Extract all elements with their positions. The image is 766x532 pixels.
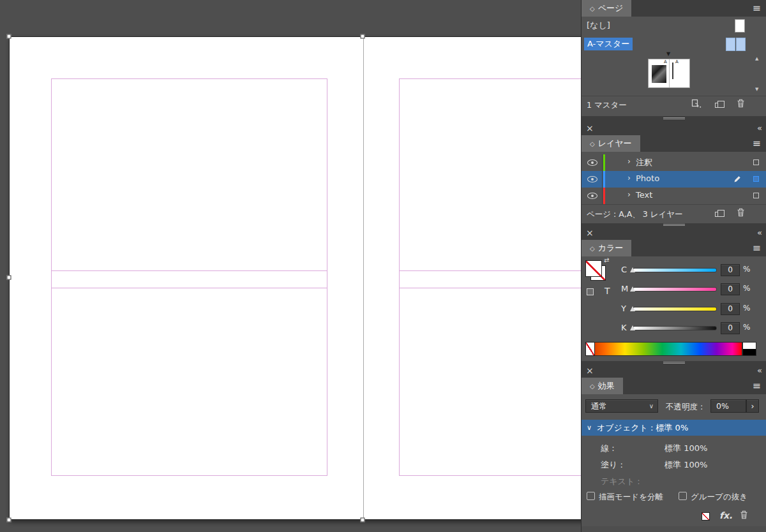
collapse-panel-icon[interactable]: «: [757, 228, 762, 237]
collapse-panel-icon[interactable]: «: [757, 366, 762, 375]
slider-thumb[interactable]: [630, 267, 635, 272]
eye-icon[interactable]: [587, 176, 597, 182]
new-layer-icon[interactable]: [717, 210, 725, 217]
channel-label: M: [621, 284, 628, 293]
slider-thumb[interactable]: [630, 325, 635, 330]
expand-chevron-icon[interactable]: ›: [627, 174, 631, 182]
opacity-field[interactable]: 0%: [710, 399, 746, 413]
layer-name[interactable]: Text: [636, 190, 652, 200]
layer-row-annotation[interactable]: › 注釈: [582, 154, 766, 171]
panel-menu-icon[interactable]: ≡: [753, 380, 761, 392]
delete-page-icon[interactable]: [737, 99, 745, 110]
percent-label: %: [743, 304, 750, 313]
layers-panel: × « ◇ レイヤー ≡ › 注釈 › Photo: [582, 122, 766, 223]
magenta-slider[interactable]: [633, 287, 717, 292]
magenta-value-field[interactable]: 0: [721, 283, 740, 295]
layer-name[interactable]: Photo: [636, 174, 659, 183]
layer-row-text[interactable]: › Text: [582, 188, 766, 204]
color-spectrum-ramp[interactable]: [585, 342, 742, 356]
text-attr-label: テキスト :: [601, 476, 640, 487]
panel-menu-icon[interactable]: ≡: [753, 242, 761, 254]
tab-layers[interactable]: ◇ レイヤー: [582, 135, 640, 152]
opacity-stepper-button[interactable]: ›: [746, 399, 759, 413]
delete-layer-icon[interactable]: [737, 208, 745, 219]
panel-menu-icon[interactable]: ≡: [753, 137, 761, 149]
edit-master-icon[interactable]: [691, 99, 702, 110]
isolate-blending-label[interactable]: 描画モードを分離: [599, 492, 663, 503]
tab-layers-label: レイヤー: [598, 138, 632, 149]
chevron-down-icon[interactable]: ∨: [587, 420, 592, 436]
isolate-blending-checkbox[interactable]: [587, 492, 595, 500]
close-icon[interactable]: ×: [586, 228, 594, 238]
scroll-down-icon[interactable]: ▼: [755, 87, 758, 92]
yellow-slider[interactable]: [633, 307, 717, 311]
layer-row-photo[interactable]: › Photo: [582, 171, 766, 188]
black-value-field[interactable]: 0: [721, 322, 740, 334]
new-page-icon[interactable]: [717, 101, 725, 108]
thumbnail-master-letter: A: [664, 59, 667, 64]
black-slider[interactable]: [633, 326, 717, 330]
selection-handle[interactable]: [361, 518, 365, 522]
spread-thumbnail[interactable]: A A: [648, 59, 690, 88]
color-panel: × « ◇ カラー ≡ ⇄ T C 0 % M: [582, 227, 766, 361]
scroll-up-icon[interactable]: ▲: [755, 56, 758, 61]
selection-handle[interactable]: [7, 276, 11, 280]
fill-swatch[interactable]: [585, 260, 602, 277]
cyan-value-field[interactable]: 0: [721, 264, 740, 276]
none-color-swatch[interactable]: [585, 342, 595, 356]
blend-mode-select[interactable]: 通常 ∨: [585, 399, 658, 413]
formatting-affects-text-icon[interactable]: T: [605, 286, 610, 296]
tab-pages-label: ページ: [598, 3, 624, 14]
layer-color-bar: [603, 171, 605, 188]
knockout-group-checkbox[interactable]: [679, 492, 687, 500]
fill-attr-value: 標準 100%: [665, 459, 707, 471]
cyan-slider[interactable]: [633, 268, 717, 272]
expand-chevron-icon[interactable]: ›: [627, 190, 631, 199]
swap-fill-stroke-icon[interactable]: ⇄: [604, 256, 609, 263]
selection-handle[interactable]: [7, 34, 11, 39]
layer-target-square[interactable]: [753, 176, 759, 182]
layers-titlebar: × «: [582, 122, 766, 135]
thumbnail-text-column: [672, 63, 673, 79]
pages-panel: ◇ ページ ≡ [なし] A-マスター ▼ A A ▲ ▼ 1 マスター: [582, 0, 766, 116]
fx-button[interactable]: fx.: [719, 510, 732, 521]
blend-mode-value: 通常: [591, 401, 607, 411]
close-icon[interactable]: ×: [586, 366, 594, 376]
layer-target-square[interactable]: [753, 193, 759, 198]
master-a-item[interactable]: A-マスター: [584, 38, 633, 50]
stroke-attr-value: 標準 100%: [665, 443, 707, 454]
eye-icon[interactable]: [587, 193, 597, 199]
panel-resize-gutter[interactable]: [582, 116, 766, 122]
chevron-right-icon: ›: [751, 401, 755, 411]
delete-effect-icon[interactable]: [740, 510, 748, 521]
tab-pages[interactable]: ◇ ページ: [582, 0, 631, 17]
slider-thumb[interactable]: [630, 286, 635, 292]
layer-name[interactable]: 注釈: [636, 157, 652, 168]
tab-effects[interactable]: ◇ 効果: [582, 378, 623, 394]
channel-label: C: [621, 265, 627, 274]
clear-effects-icon[interactable]: [702, 512, 710, 521]
layer-target-square[interactable]: [753, 159, 759, 165]
master-a-spread-icon[interactable]: [726, 38, 746, 51]
tab-color[interactable]: ◇ カラー: [582, 240, 631, 256]
panel-menu-icon[interactable]: ≡: [753, 2, 761, 14]
fill-attr-label[interactable]: 塗り :: [601, 459, 623, 471]
master-none-page-icon[interactable]: [735, 19, 745, 33]
yellow-value-field[interactable]: 0: [721, 303, 740, 315]
eye-icon[interactable]: [587, 159, 597, 166]
effects-object-row[interactable]: ∨ オブジェクト : 標準 0%: [582, 420, 766, 436]
collapse-panel-icon[interactable]: «: [757, 123, 762, 133]
knockout-group-label[interactable]: グループの抜き: [691, 492, 747, 503]
channel-label: K: [621, 323, 627, 332]
chevron-down-icon: ∨: [649, 400, 654, 412]
close-icon[interactable]: ×: [586, 123, 594, 133]
selection-handle[interactable]: [361, 34, 365, 39]
selection-handle[interactable]: [7, 518, 11, 522]
slider-thumb[interactable]: [630, 306, 635, 311]
formatting-affects-container-icon[interactable]: [587, 288, 594, 295]
channel-label: Y: [621, 304, 626, 313]
master-none-item[interactable]: [なし]: [587, 20, 610, 31]
white-black-swatches[interactable]: [742, 342, 756, 356]
expand-chevron-icon[interactable]: ›: [627, 157, 631, 166]
stroke-attr-label[interactable]: 線 :: [601, 443, 615, 454]
